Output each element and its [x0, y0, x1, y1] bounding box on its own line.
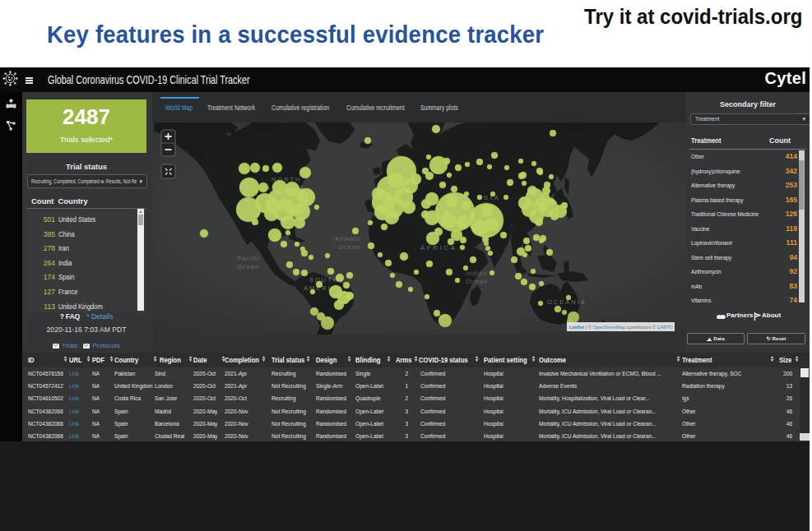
svg-text:Leaflet | © OpenStreetMap cont: Leaflet | © OpenStreetMap contributors ©…	[569, 324, 673, 330]
